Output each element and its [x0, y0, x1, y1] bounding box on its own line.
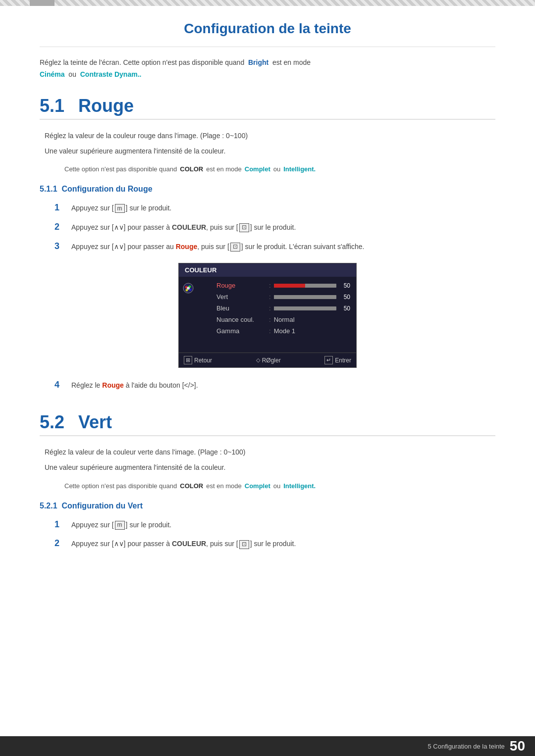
- couleur-bold: COULEUR: [172, 223, 206, 231]
- retour-icon: ⊞: [184, 356, 192, 364]
- menu-label-vert: Vert: [216, 293, 266, 301]
- section-51-title: Rouge: [78, 96, 134, 116]
- steps-521: 1 Appuyez sur [m] sur le produit. 2 Appu…: [54, 517, 495, 551]
- note-51-mid: est en mode: [206, 165, 242, 173]
- step4-rouge: Rouge: [102, 381, 124, 389]
- section-51-heading: 5.1 Rouge: [40, 96, 495, 120]
- key-m-521: m: [115, 521, 125, 530]
- intro-text1: Réglez la teinte de l'écran. Cette optio…: [40, 58, 244, 66]
- menu-screenshot: COULEUR: [178, 263, 357, 368]
- step-521-2: 2 Appuyez sur [∧∨] pour passer à COULEUR…: [54, 536, 495, 551]
- top-bar-accent: [30, 0, 54, 6]
- rouge-bold: Rouge: [176, 243, 198, 251]
- svg-point-5: [187, 287, 190, 290]
- menu-header: COULEUR: [179, 263, 356, 277]
- menu-label-gamma: Gamma: [216, 327, 266, 335]
- note-52-keyword: COLOR: [180, 482, 203, 490]
- entrer-label: Entrer: [335, 357, 351, 364]
- menu-item-nuance: Nuance coul. : Normal: [197, 314, 356, 325]
- intro-cinema: Cinéma: [40, 70, 65, 78]
- section-51-body2: Une valeur supérieure augmentera l'inten…: [45, 145, 495, 157]
- menu-label-bleu: Bleu: [216, 304, 266, 312]
- palette-icon-area: [179, 280, 197, 294]
- regler-label: RØgler: [262, 357, 281, 364]
- note-51-pre: Cette option n'est pas disponible quand: [64, 165, 177, 173]
- page-footer: 5 Configuration de la teinte 50: [0, 736, 535, 756]
- page-title: Configuration de la teinte: [40, 6, 495, 47]
- section-52: 5.2 Vert Réglez la valeur de la couleur …: [40, 412, 495, 551]
- sub-section-511: 5.1.1 Configuration du Rouge 1 Appuyez s…: [40, 185, 495, 392]
- footer-retour: ⊞ Retour: [184, 356, 212, 364]
- note-52-mid2: ou: [273, 482, 280, 490]
- footer-entrer: ↵ Entrer: [324, 356, 351, 364]
- section-52-body1: Réglez la valeur de la couleur verte dan…: [45, 446, 495, 458]
- key-m: m: [115, 204, 125, 213]
- menu-nuance-value: Normal: [274, 316, 295, 323]
- menu-footer: ⊞ Retour ◇ RØgler ↵ Entrer: [179, 353, 356, 367]
- section-52-number: 5.2: [40, 412, 69, 433]
- icon-enter-3: ⊡: [230, 243, 240, 252]
- note-52-cyan1: Complet: [245, 482, 270, 490]
- section-51-number: 5.1: [40, 96, 69, 116]
- step-521-1: 1 Appuyez sur [m] sur le produit.: [54, 517, 495, 532]
- intro-text2: est en mode: [272, 58, 311, 66]
- section-52-note: Cette option n'est pas disponible quand …: [64, 482, 495, 490]
- section-51-body1: Réglez la valeur de la couleur rouge dan…: [45, 130, 495, 142]
- menu-item-gamma: Gamma : Mode 1: [197, 325, 356, 337]
- menu-item-rouge: Rouge : 50: [197, 280, 356, 291]
- menu-items-right: Rouge : 50 V: [197, 280, 356, 347]
- note-51-keyword: COLOR: [180, 165, 203, 173]
- icon-enter-521: ⊡: [239, 540, 249, 549]
- section-51: 5.1 Rouge Réglez la valeur de la couleur…: [40, 96, 495, 393]
- vert-bar-fill: [274, 295, 305, 299]
- palette-icon: [183, 283, 194, 294]
- rouge-value: 50: [339, 282, 350, 289]
- note-51-cyan2: Intelligent.: [283, 165, 316, 173]
- step-511-2: 2 Appuyez sur [∧∨] pour passer à COULEUR…: [54, 220, 495, 234]
- retour-label: Retour: [194, 357, 212, 364]
- step-511-4: 4 Réglez le Rouge à l'aide du bouton [</…: [54, 378, 495, 392]
- menu-item-vert: Vert : 50: [197, 291, 356, 302]
- icon-enter-2: ⊡: [239, 223, 249, 232]
- menu-label-nuance: Nuance coul.: [216, 316, 266, 323]
- section-52-body2: Une valeur supérieure augmentera l'inten…: [45, 461, 495, 474]
- steps-511-4: 4 Réglez le Rouge à l'aide du bouton [</…: [54, 378, 495, 392]
- note-52-pre: Cette option n'est pas disponible quand: [64, 482, 177, 490]
- entrer-icon: ↵: [324, 356, 333, 364]
- intro-or: ou: [68, 70, 76, 78]
- sub-521-title: 5.2.1 Configuration du Vert: [40, 502, 495, 510]
- rouge-bar-track: [274, 284, 336, 288]
- note-52-cyan2: Intelligent.: [283, 482, 316, 490]
- footer-label: 5 Configuration de la teinte: [428, 743, 504, 750]
- step-511-3: 3 Appuyez sur [∧∨] pour passer au Rouge,…: [54, 239, 495, 253]
- vert-bar-track: [274, 295, 336, 299]
- bleu-value: 50: [339, 305, 350, 312]
- section-52-heading: 5.2 Vert: [40, 412, 495, 436]
- rouge-bar-fill: [274, 284, 305, 288]
- couleur-bold-521: COULEUR: [172, 540, 206, 548]
- regler-icon: ◇: [256, 357, 260, 363]
- intro-contraste: Contraste Dynam..: [80, 70, 142, 78]
- menu-gamma-value: Mode 1: [274, 327, 295, 335]
- sub-511-title: 5.1.1 Configuration du Rouge: [40, 185, 495, 194]
- menu-items-list: Rouge : 50 V: [179, 277, 356, 350]
- note-51-mid2: ou: [273, 165, 280, 173]
- vert-value: 50: [339, 294, 350, 301]
- bleu-bar-track: [274, 306, 336, 310]
- note-52-mid: est en mode: [206, 482, 242, 490]
- intro-paragraph: Réglez la teinte de l'écran. Cette optio…: [40, 57, 495, 81]
- top-decorative-bar: [0, 0, 535, 6]
- footer-number: 50: [510, 738, 525, 754]
- menu-items-with-icon: Rouge : 50 V: [179, 280, 356, 347]
- note-51-cyan1: Complet: [245, 165, 270, 173]
- sub-section-521: 5.2.1 Configuration du Vert 1 Appuyez su…: [40, 502, 495, 551]
- section-52-title: Vert: [78, 412, 112, 433]
- footer-regler: ◇ RØgler: [256, 357, 281, 364]
- bleu-bar-fill: [274, 306, 305, 310]
- intro-bright: Bright: [248, 58, 268, 66]
- steps-511: 1 Appuyez sur [m] sur le produit. 2 Appu…: [54, 201, 495, 253]
- menu-item-bleu: Bleu : 50: [197, 302, 356, 314]
- menu-label-rouge: Rouge: [216, 282, 266, 289]
- section-51-note: Cette option n'est pas disponible quand …: [64, 165, 495, 173]
- step-511-1: 1 Appuyez sur [m] sur le produit.: [54, 201, 495, 215]
